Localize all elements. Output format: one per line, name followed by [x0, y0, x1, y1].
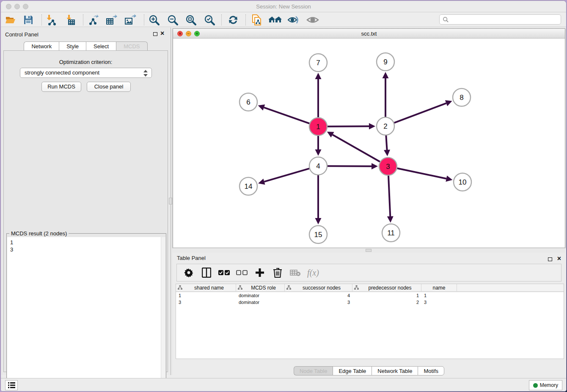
- graph-node-label: 7: [316, 59, 320, 67]
- show-columns-icon[interactable]: [201, 267, 212, 279]
- graph-edge-arrowhead: [387, 216, 394, 223]
- graph-node-label: 11: [387, 229, 395, 237]
- optimization-criterion-label: Optimization criterion:: [4, 59, 168, 65]
- toolbar-separator: [41, 14, 42, 25]
- graph-edge-3-10[interactable]: [397, 168, 446, 179]
- table-row[interactable]: 3dominator323: [176, 299, 564, 306]
- table-cell[interactable]: dominator: [236, 299, 285, 306]
- open-session-icon[interactable]: [3, 14, 18, 26]
- first-neighbors-icon[interactable]: [268, 14, 283, 26]
- column-tree-icon: [286, 285, 291, 290]
- float-panel-icon[interactable]: [153, 32, 157, 36]
- graph-node-label: 10: [459, 178, 467, 186]
- select-all-icon[interactable]: [218, 267, 230, 279]
- graph-edge-arrowhead: [369, 123, 375, 130]
- select-stepper-icon: [143, 70, 148, 77]
- tab-edge-table[interactable]: Edge Table: [333, 366, 372, 375]
- column-header[interactable]: predecessor nodes: [352, 284, 421, 291]
- table-cell[interactable]: dominator: [236, 292, 285, 299]
- graph-edge-1-6[interactable]: [264, 108, 309, 124]
- run-mcds-button[interactable]: Run MCDS: [41, 82, 81, 92]
- table-cell[interactable]: 3: [421, 299, 457, 306]
- graph-edge-4-14[interactable]: [264, 168, 309, 182]
- splitter-grip[interactable]: [169, 198, 172, 204]
- splitter-grip[interactable]: [366, 249, 372, 252]
- import-table-icon[interactable]: [64, 14, 78, 26]
- search-input[interactable]: [439, 14, 561, 25]
- table-settings-icon[interactable]: [183, 267, 195, 279]
- graph-edge-arrowhead: [384, 150, 390, 156]
- graph-edge-3-11[interactable]: [388, 176, 390, 216]
- mcds-tab-content: Optimization criterion: strongly connect…: [3, 50, 168, 372]
- list-icon: [8, 382, 15, 388]
- float-panel-icon[interactable]: [548, 257, 552, 261]
- graph-node-label: 4: [316, 162, 320, 170]
- result-scrollbar[interactable]: [161, 237, 165, 392]
- column-header[interactable]: MCDS role: [236, 284, 285, 291]
- tab-node-table[interactable]: Node Table: [294, 366, 333, 375]
- table-cell[interactable]: 1: [176, 292, 236, 299]
- tab-motifs[interactable]: Motifs: [418, 366, 444, 375]
- app-window: Session: New Session: [0, 0, 567, 392]
- table-panel-tabs: Node Table Edge Table Network Table Moti…: [173, 366, 565, 375]
- horizontal-splitter[interactable]: [173, 248, 565, 253]
- memory-button[interactable]: Memory: [529, 380, 562, 390]
- graph-edge-2-3[interactable]: [386, 135, 387, 150]
- table-cell[interactable]: 3: [176, 299, 236, 306]
- table-row[interactable]: 1dominator411: [176, 292, 564, 299]
- export-table-icon[interactable]: [105, 14, 119, 26]
- tab-network[interactable]: Network: [24, 41, 59, 51]
- export-network-icon[interactable]: [86, 14, 101, 26]
- import-network-icon[interactable]: [44, 14, 58, 26]
- table-cell[interactable]: 1: [421, 292, 457, 299]
- control-panel-title: Control Panel: [5, 31, 39, 38]
- mcds-result-title: MCDS result (2 nodes): [9, 230, 69, 237]
- graph-edge-arrowhead: [383, 72, 389, 78]
- add-column-icon[interactable]: [254, 267, 266, 279]
- tab-network-table[interactable]: Network Table: [372, 366, 418, 375]
- automation-panel-button[interactable]: [5, 380, 18, 390]
- tab-style[interactable]: Style: [59, 41, 86, 51]
- hide-graphics-details-icon[interactable]: [286, 14, 301, 26]
- graph-node-label: 6: [246, 98, 250, 106]
- table-cell[interactable]: 3: [285, 299, 352, 306]
- close-panel-icon[interactable]: ×: [160, 29, 164, 38]
- column-header[interactable]: name: [421, 284, 457, 291]
- memory-label: Memory: [540, 382, 558, 388]
- graph-edge-1-2[interactable]: [328, 126, 369, 127]
- column-header[interactable]: shared name: [176, 284, 236, 291]
- optimization-criterion-select[interactable]: strongly connected component: [20, 68, 152, 78]
- tab-select[interactable]: Select: [86, 41, 116, 51]
- network-canvas-svg[interactable]: 7968124314101511: [173, 39, 565, 248]
- delete-column-icon[interactable]: [272, 267, 284, 279]
- zoom-out-icon[interactable]: [165, 14, 180, 26]
- search-icon: [443, 17, 449, 23]
- zoom-fit-icon[interactable]: [184, 14, 198, 26]
- table-body: 1dominator4113dominator323: [176, 292, 564, 306]
- export-image-icon[interactable]: [123, 14, 138, 26]
- table-cell[interactable]: 1: [352, 292, 421, 299]
- close-panel-icon[interactable]: ×: [557, 254, 561, 263]
- refresh-icon[interactable]: [226, 14, 240, 26]
- network-window-titlebar[interactable]: × − + scc.txt: [173, 29, 565, 39]
- close-panel-button[interactable]: Close panel: [87, 82, 131, 92]
- graph-node-label: 14: [245, 182, 253, 190]
- graph-edge-2-8[interactable]: [394, 103, 446, 123]
- toolbar-separator: [221, 14, 222, 25]
- table-cell[interactable]: 2: [352, 299, 421, 306]
- graph-edge-4-3[interactable]: [328, 166, 372, 166]
- graph-edge-3-1[interactable]: [333, 135, 380, 162]
- save-session-icon[interactable]: [21, 14, 36, 26]
- table-cell[interactable]: 4: [285, 292, 352, 299]
- main-toolbar: [1, 13, 566, 27]
- column-header[interactable]: successor nodes: [285, 284, 352, 291]
- control-panel: Control Panel × Network Style Select MCD…: [1, 28, 171, 375]
- copy-network-icon[interactable]: [250, 14, 264, 26]
- zoom-selected-icon[interactable]: [202, 14, 217, 26]
- mcds-result-list[interactable]: 1 3: [7, 237, 161, 392]
- toolbar-separator: [245, 14, 246, 25]
- tab-mcds[interactable]: MCDS: [116, 41, 147, 51]
- clear-selection-icon[interactable]: [236, 267, 248, 279]
- column-tree-icon: [354, 285, 359, 290]
- zoom-in-icon[interactable]: [147, 14, 161, 26]
